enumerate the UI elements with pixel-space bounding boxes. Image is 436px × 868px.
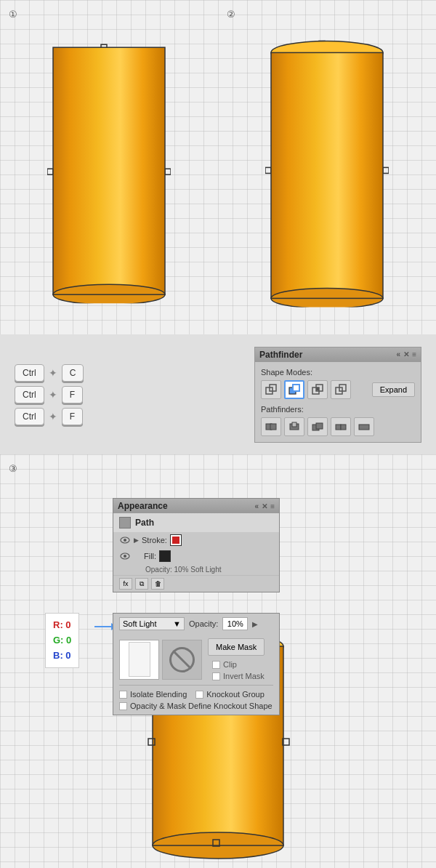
close-icon-2[interactable]: ✕ bbox=[262, 502, 267, 510]
opacity-blend-text: 10% Soft Light bbox=[174, 566, 221, 574]
plus-icon-1: ✦ bbox=[49, 367, 57, 379]
blend-mode-arrow: ▼ bbox=[173, 619, 181, 628]
close-icon[interactable]: ✕ bbox=[403, 350, 409, 358]
c-key[interactable]: C bbox=[62, 364, 84, 382]
stroke-row: ▶ Stroke: bbox=[113, 532, 279, 548]
pathfinder-1[interactable] bbox=[261, 417, 281, 436]
shortcut-row-3: Ctrl ✦ F bbox=[15, 408, 84, 425]
step2-number: ② bbox=[227, 9, 235, 20]
mask-thumbnail bbox=[162, 640, 202, 680]
blend-mode-select[interactable]: Soft Light ▼ bbox=[119, 617, 185, 630]
cylinder1-svg bbox=[47, 41, 171, 303]
rgb-box: R: 0 G: 0 B: 0 bbox=[45, 613, 79, 668]
pathfinders-label: Pathfinders: bbox=[261, 405, 415, 414]
stroke-swatch[interactable] bbox=[170, 534, 182, 546]
del-btn[interactable]: 🗑 bbox=[151, 578, 164, 590]
bottom-section: ③ bbox=[0, 454, 436, 868]
appearance-icons-row: fx ⧉ 🗑 bbox=[113, 575, 279, 592]
svg-rect-11 bbox=[383, 167, 389, 173]
ctrl-key-2[interactable]: Ctrl bbox=[15, 386, 44, 403]
stroke-eye-icon[interactable] bbox=[119, 536, 131, 544]
appearance-path-row: Path bbox=[113, 513, 279, 532]
svg-rect-32 bbox=[316, 423, 323, 429]
opacity-mask-checkbox[interactable] bbox=[119, 702, 127, 710]
fill-eye-icon[interactable] bbox=[119, 552, 131, 560]
opacity-mask-row: Opacity & Mask Define Knockout Shape bbox=[119, 702, 273, 710]
plus-icon-3: ✦ bbox=[49, 411, 57, 422]
double-arrow-icon: « bbox=[397, 350, 401, 358]
stroke-arrow-icon[interactable]: ▶ bbox=[134, 537, 139, 544]
options-row: Isolate Blending Knockout Group Opacity … bbox=[113, 686, 279, 715]
svg-rect-34 bbox=[341, 425, 346, 430]
mask-options: Make Mask Clip Invert Mask bbox=[208, 638, 265, 680]
svg-rect-24 bbox=[316, 387, 319, 390]
knockout-group-label: Knockout Group bbox=[206, 690, 265, 699]
rgb-g-value: G: 0 bbox=[53, 633, 71, 648]
pathfinder-panel: Pathfinder « ✕ ≡ Shape Modes: bbox=[254, 347, 421, 443]
clip-checkbox[interactable] bbox=[212, 661, 220, 669]
cylinder2-wrapper bbox=[265, 38, 389, 307]
svg-rect-2 bbox=[47, 169, 53, 174]
opacity-arrow[interactable]: ▶ bbox=[252, 620, 258, 628]
path-label: Path bbox=[135, 518, 154, 528]
layer-thumb-content bbox=[129, 642, 150, 677]
svg-rect-10 bbox=[265, 167, 271, 173]
isolate-blending-checkbox[interactable] bbox=[119, 691, 127, 699]
appearance-title-icons: « ✕ ≡ bbox=[255, 502, 275, 510]
pathfinder-title: Pathfinder bbox=[259, 350, 302, 360]
cylinder-panel-2: ② bbox=[218, 0, 436, 334]
isolate-blending-row: Isolate Blending Knockout Group bbox=[119, 690, 273, 699]
menu-icon[interactable]: ≡ bbox=[412, 350, 416, 358]
step3-number: ③ bbox=[9, 463, 17, 474]
opacity-value-text: Opacity: bbox=[145, 566, 172, 574]
ctrl-key-1[interactable]: Ctrl bbox=[15, 364, 44, 382]
shortcut-row-2: Ctrl ✦ F bbox=[15, 386, 84, 403]
fill-swatch[interactable] bbox=[159, 550, 171, 562]
transparency-controls-row: Soft Light ▼ Opacity: 10% ▶ bbox=[113, 614, 279, 634]
exclude-btn[interactable] bbox=[331, 380, 351, 399]
svg-point-49 bbox=[124, 555, 126, 558]
cylinder1-wrapper bbox=[47, 41, 171, 303]
menu-icon-2[interactable]: ≡ bbox=[270, 502, 275, 510]
unite-btn[interactable] bbox=[261, 380, 281, 399]
opacity-input[interactable]: 10% bbox=[222, 617, 248, 630]
opacity-mask-label: Opacity & Mask Define Knockout Shape bbox=[130, 702, 272, 710]
layer-thumbnail bbox=[119, 640, 159, 680]
cancel-line bbox=[172, 650, 192, 670]
add-fx-btn[interactable]: fx bbox=[119, 578, 132, 590]
isolate-blending-label: Isolate Blending bbox=[130, 690, 187, 699]
expand-btn[interactable]: Expand bbox=[372, 382, 415, 397]
step1-number: ① bbox=[9, 9, 17, 20]
plus-icon-2: ✦ bbox=[49, 389, 57, 401]
svg-rect-4 bbox=[53, 47, 165, 294]
rgb-b-value: B: 0 bbox=[53, 648, 71, 664]
knockout-group-checkbox[interactable] bbox=[195, 691, 203, 699]
svg-rect-3 bbox=[165, 169, 171, 174]
shape-modes-row: Expand bbox=[261, 380, 415, 399]
shortcut-row-1: Ctrl ✦ C bbox=[15, 364, 84, 382]
make-mask-btn[interactable]: Make Mask bbox=[208, 638, 265, 656]
pathfinder-titlebar-icons: « ✕ ≡ bbox=[397, 350, 416, 358]
invert-mask-label: Invert Mask bbox=[223, 672, 265, 680]
path-color-swatch bbox=[119, 517, 131, 529]
ctrl-key-3[interactable]: Ctrl bbox=[15, 408, 44, 425]
clip-checkbox-row: Clip bbox=[212, 660, 265, 669]
svg-rect-14 bbox=[271, 52, 383, 298]
svg-rect-30 bbox=[292, 422, 296, 427]
appearance-titlebar: Appearance « ✕ ≡ bbox=[113, 499, 279, 513]
pathfinder-5[interactable] bbox=[354, 417, 374, 436]
f-key-1[interactable]: F bbox=[62, 386, 83, 403]
f-key-2[interactable]: F bbox=[62, 408, 83, 425]
pathfinder-3[interactable] bbox=[307, 417, 328, 436]
svg-point-47 bbox=[124, 539, 126, 542]
intersect-btn[interactable] bbox=[307, 380, 328, 399]
svg-rect-28 bbox=[270, 424, 276, 430]
minus-front-btn[interactable] bbox=[284, 380, 304, 399]
pathfinder-2[interactable] bbox=[284, 417, 304, 436]
cylinder2-svg bbox=[265, 38, 389, 307]
dup-btn[interactable]: ⧉ bbox=[135, 578, 148, 590]
svg-rect-35 bbox=[359, 425, 369, 430]
middle-section: Ctrl ✦ C Ctrl ✦ F Ctrl ✦ F Pathfinder « … bbox=[0, 334, 436, 454]
invert-mask-checkbox[interactable] bbox=[212, 672, 220, 680]
pathfinder-4[interactable] bbox=[331, 417, 351, 436]
